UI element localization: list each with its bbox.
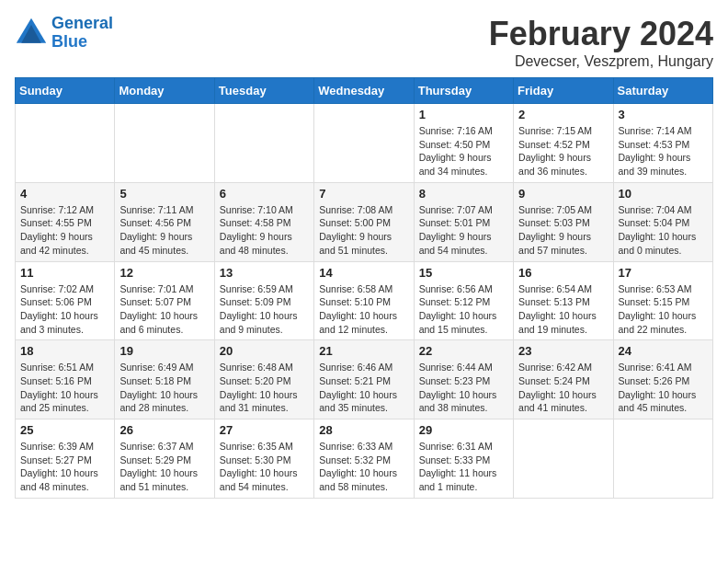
day-info: Sunrise: 7:02 AMSunset: 5:06 PMDaylight:… — [20, 282, 109, 337]
weekday-header-wednesday: Wednesday — [314, 78, 414, 104]
calendar-cell: 8Sunrise: 7:07 AMSunset: 5:01 PMDaylight… — [414, 182, 513, 261]
calendar-cell: 2Sunrise: 7:15 AMSunset: 4:52 PMDaylight… — [514, 104, 613, 183]
day-number: 29 — [419, 423, 508, 437]
day-info: Sunrise: 6:41 AMSunset: 5:26 PMDaylight:… — [619, 361, 708, 415]
day-number: 10 — [619, 187, 708, 201]
day-number: 6 — [220, 187, 309, 201]
day-info: Sunrise: 7:11 AMSunset: 4:56 PMDaylight:… — [119, 203, 209, 258]
main-title: February 2024 — [489, 15, 713, 53]
day-number: 25 — [20, 423, 109, 437]
week-row-2: 4Sunrise: 7:12 AMSunset: 4:55 PMDaylight… — [16, 182, 713, 261]
day-number: 15 — [419, 266, 508, 280]
weekday-header-row: SundayMondayTuesdayWednesdayThursdayFrid… — [16, 78, 713, 104]
calendar-cell: 14Sunrise: 6:58 AMSunset: 5:10 PMDayligh… — [314, 261, 414, 340]
day-info: Sunrise: 7:16 AMSunset: 4:50 PMDaylight:… — [419, 124, 508, 178]
day-number: 1 — [419, 108, 508, 121]
calendar-cell: 5Sunrise: 7:11 AMSunset: 4:56 PMDaylight… — [115, 182, 214, 261]
day-info: Sunrise: 6:39 AMSunset: 5:27 PMDaylight:… — [20, 440, 109, 494]
day-number: 17 — [619, 266, 708, 280]
day-info: Sunrise: 7:14 AMSunset: 4:53 PMDaylight:… — [619, 124, 708, 178]
week-row-3: 11Sunrise: 7:02 AMSunset: 5:06 PMDayligh… — [16, 261, 713, 340]
calendar-cell: 15Sunrise: 6:56 AMSunset: 5:12 PMDayligh… — [414, 261, 513, 340]
day-number: 2 — [518, 108, 608, 121]
weekday-header-saturday: Saturday — [613, 78, 712, 104]
calendar-cell: 7Sunrise: 7:08 AMSunset: 5:00 PMDaylight… — [314, 182, 414, 261]
day-info: Sunrise: 7:12 AMSunset: 4:55 PMDaylight:… — [20, 203, 109, 258]
calendar-cell: 22Sunrise: 6:44 AMSunset: 5:23 PMDayligh… — [414, 340, 513, 419]
title-section: February 2024 Devecser, Veszprem, Hungar… — [489, 15, 713, 70]
day-number: 9 — [518, 187, 608, 201]
day-number: 11 — [20, 266, 109, 280]
day-number: 23 — [518, 344, 608, 358]
calendar-cell: 10Sunrise: 7:04 AMSunset: 5:04 PMDayligh… — [613, 182, 712, 261]
calendar-cell: 12Sunrise: 7:01 AMSunset: 5:07 PMDayligh… — [115, 261, 214, 340]
day-info: Sunrise: 7:04 AMSunset: 5:04 PMDaylight:… — [619, 203, 708, 258]
day-number: 22 — [419, 344, 508, 358]
logo-line1: General — [51, 14, 113, 32]
day-info: Sunrise: 6:59 AMSunset: 5:09 PMDaylight:… — [220, 282, 309, 337]
calendar-cell — [613, 419, 712, 499]
day-number: 20 — [220, 344, 309, 358]
day-number: 8 — [419, 187, 508, 201]
calendar-cell: 3Sunrise: 7:14 AMSunset: 4:53 PMDaylight… — [613, 104, 712, 183]
day-number: 7 — [319, 187, 408, 201]
day-info: Sunrise: 7:10 AMSunset: 4:58 PMDaylight:… — [220, 203, 309, 258]
calendar-cell: 26Sunrise: 6:37 AMSunset: 5:29 PMDayligh… — [115, 419, 214, 499]
logo: General Blue — [15, 15, 113, 52]
calendar-cell: 20Sunrise: 6:48 AMSunset: 5:20 PMDayligh… — [214, 340, 313, 419]
calendar-cell: 9Sunrise: 7:05 AMSunset: 5:03 PMDaylight… — [514, 182, 613, 261]
day-number: 13 — [220, 266, 309, 280]
day-info: Sunrise: 6:48 AMSunset: 5:20 PMDaylight:… — [220, 361, 309, 415]
week-row-5: 25Sunrise: 6:39 AMSunset: 5:27 PMDayligh… — [16, 419, 713, 499]
calendar-cell: 11Sunrise: 7:02 AMSunset: 5:06 PMDayligh… — [16, 261, 115, 340]
logo-text: General Blue — [51, 15, 113, 52]
day-info: Sunrise: 6:31 AMSunset: 5:33 PMDaylight:… — [419, 440, 508, 494]
day-number: 14 — [319, 266, 408, 280]
calendar-cell: 19Sunrise: 6:49 AMSunset: 5:18 PMDayligh… — [115, 340, 214, 419]
day-info: Sunrise: 7:07 AMSunset: 5:01 PMDaylight:… — [419, 203, 508, 258]
day-info: Sunrise: 6:58 AMSunset: 5:10 PMDaylight:… — [319, 282, 408, 337]
day-info: Sunrise: 6:37 AMSunset: 5:29 PMDaylight:… — [119, 440, 209, 494]
calendar-cell: 27Sunrise: 6:35 AMSunset: 5:30 PMDayligh… — [214, 419, 313, 499]
day-number: 21 — [319, 344, 408, 358]
day-info: Sunrise: 7:05 AMSunset: 5:03 PMDaylight:… — [518, 203, 608, 258]
day-info: Sunrise: 6:44 AMSunset: 5:23 PMDaylight:… — [419, 361, 508, 415]
day-info: Sunrise: 7:08 AMSunset: 5:00 PMDaylight:… — [319, 203, 408, 258]
weekday-header-monday: Monday — [115, 78, 214, 104]
logo-line2: Blue — [51, 32, 87, 51]
day-info: Sunrise: 6:51 AMSunset: 5:16 PMDaylight:… — [20, 361, 109, 415]
day-info: Sunrise: 6:35 AMSunset: 5:30 PMDaylight:… — [220, 440, 309, 494]
day-number: 12 — [119, 266, 209, 280]
day-info: Sunrise: 6:49 AMSunset: 5:18 PMDaylight:… — [119, 361, 209, 415]
calendar-table: SundayMondayTuesdayWednesdayThursdayFrid… — [15, 77, 713, 499]
weekday-header-tuesday: Tuesday — [214, 78, 313, 104]
calendar-cell — [214, 104, 313, 183]
calendar-cell — [16, 104, 115, 183]
week-row-4: 18Sunrise: 6:51 AMSunset: 5:16 PMDayligh… — [16, 340, 713, 419]
calendar-cell: 16Sunrise: 6:54 AMSunset: 5:13 PMDayligh… — [514, 261, 613, 340]
day-info: Sunrise: 6:42 AMSunset: 5:24 PMDaylight:… — [518, 361, 608, 415]
day-info: Sunrise: 6:54 AMSunset: 5:13 PMDaylight:… — [518, 282, 608, 337]
calendar-cell: 28Sunrise: 6:33 AMSunset: 5:32 PMDayligh… — [314, 419, 414, 499]
logo-icon — [15, 17, 48, 50]
day-number: 27 — [220, 423, 309, 437]
calendar-cell: 13Sunrise: 6:59 AMSunset: 5:09 PMDayligh… — [214, 261, 313, 340]
subtitle: Devecser, Veszprem, Hungary — [489, 53, 713, 70]
calendar-cell — [314, 104, 414, 183]
day-info: Sunrise: 7:15 AMSunset: 4:52 PMDaylight:… — [518, 124, 608, 178]
day-number: 18 — [20, 344, 109, 358]
week-row-1: 1Sunrise: 7:16 AMSunset: 4:50 PMDaylight… — [16, 104, 713, 183]
calendar-cell: 17Sunrise: 6:53 AMSunset: 5:15 PMDayligh… — [613, 261, 712, 340]
weekday-header-friday: Friday — [514, 78, 613, 104]
day-number: 5 — [119, 187, 209, 201]
weekday-header-thursday: Thursday — [414, 78, 513, 104]
day-number: 24 — [619, 344, 708, 358]
calendar-cell: 21Sunrise: 6:46 AMSunset: 5:21 PMDayligh… — [314, 340, 414, 419]
calendar-cell — [514, 419, 613, 499]
calendar-cell: 6Sunrise: 7:10 AMSunset: 4:58 PMDaylight… — [214, 182, 313, 261]
day-number: 16 — [518, 266, 608, 280]
day-number: 28 — [319, 423, 408, 437]
calendar-cell: 1Sunrise: 7:16 AMSunset: 4:50 PMDaylight… — [414, 104, 513, 183]
day-info: Sunrise: 6:33 AMSunset: 5:32 PMDaylight:… — [319, 440, 408, 494]
day-number: 4 — [20, 187, 109, 201]
